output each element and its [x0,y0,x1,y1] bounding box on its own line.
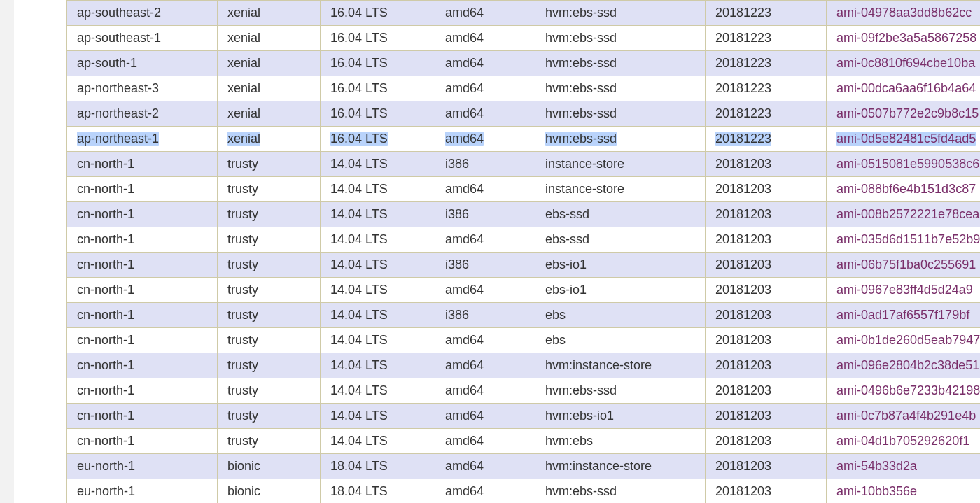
table-row[interactable]: cn-north-1trusty14.04 LTSi386instance-st… [67,152,981,177]
cell-version: 14.04 LTS [321,253,435,278]
cell-type: ebs [536,328,706,353]
cell-region: cn-north-1 [67,278,218,303]
cell-version: 14.04 LTS [321,404,435,429]
cell-arch: amd64 [435,101,536,127]
cell-codename: trusty [218,152,321,177]
cell-ami[interactable]: ami-0d5e82481c5fd4ad5 [827,127,981,152]
cell-codename: trusty [218,253,321,278]
cell-version: 18.04 LTS [321,454,435,479]
cell-version: 14.04 LTS [321,152,435,177]
cell-date: 20181203 [706,378,827,404]
cell-type: instance-store [536,177,706,202]
cell-arch: amd64 [435,227,536,253]
cell-date: 20181203 [706,353,827,378]
ami-table-body: ap-southeast-2xenial16.04 LTSamd64hvm:eb… [67,1,981,504]
table-row[interactable]: ap-southeast-2xenial16.04 LTSamd64hvm:eb… [67,1,981,26]
cell-ami[interactable]: ami-0507b772e2c9b8c15 [827,101,981,127]
cell-ami[interactable]: ami-088bf6e4b151d3c87 [827,177,981,202]
cell-type: hvm:ebs-ssd [536,26,706,51]
cell-arch: amd64 [435,353,536,378]
cell-type: ebs [536,303,706,328]
table-row[interactable]: cn-north-1trusty14.04 LTSi386ebs-io12018… [67,253,981,278]
cell-arch: amd64 [435,26,536,51]
cell-date: 20181203 [706,202,827,227]
cell-version: 14.04 LTS [321,303,435,328]
table-row[interactable]: cn-north-1trusty14.04 LTSi386ebs20181203… [67,303,981,328]
table-row[interactable]: eu-north-1bionic18.04 LTSamd64hvm:ebs-ss… [67,479,981,504]
cell-region: eu-north-1 [67,479,218,504]
cell-ami[interactable]: ami-0c7b87a4f4b291e4b [827,404,981,429]
cell-ami[interactable]: ami-0b1de260d5eab7947 [827,328,981,353]
cell-type: hvm:ebs-io1 [536,404,706,429]
table-row[interactable]: cn-north-1trusty14.04 LTSamd64ebs-ssd201… [67,227,981,253]
cell-type: hvm:instance-store [536,454,706,479]
cell-version: 16.04 LTS [321,127,435,152]
cell-codename: xenial [218,76,321,101]
cell-codename: xenial [218,101,321,127]
cell-ami[interactable]: ami-0496b6e7233b42198 [827,378,981,404]
cell-type: hvm:instance-store [536,353,706,378]
table-row[interactable]: ap-south-1xenial16.04 LTSamd64hvm:ebs-ss… [67,51,981,76]
cell-date: 20181203 [706,152,827,177]
cell-ami[interactable]: ami-04978aa3dd8b62cc [827,1,981,26]
table-row[interactable]: eu-north-1bionic18.04 LTSamd64hvm:instan… [67,454,981,479]
cell-codename: trusty [218,177,321,202]
cell-arch: i386 [435,202,536,227]
ami-table: ap-southeast-2xenial16.04 LTSamd64hvm:eb… [66,0,980,503]
cell-arch: amd64 [435,479,536,504]
content-card: ap-southeast-2xenial16.04 LTSamd64hvm:eb… [14,0,980,503]
cell-arch: i386 [435,253,536,278]
cell-ami[interactable]: ami-04d1b705292620f1 [827,429,981,454]
cell-type: hvm:ebs [536,429,706,454]
cell-ami[interactable]: ami-096e2804b2c38de51 [827,353,981,378]
table-row[interactable]: cn-north-1trusty14.04 LTSamd64instance-s… [67,177,981,202]
cell-arch: amd64 [435,278,536,303]
cell-ami[interactable]: ami-10bb356e [827,479,981,504]
cell-ami[interactable]: ami-0c8810f694cbe10ba [827,51,981,76]
cell-region: cn-north-1 [67,429,218,454]
cell-ami[interactable]: ami-0967e83ff4d5d24a9 [827,278,981,303]
cell-codename: xenial [218,1,321,26]
cell-ami[interactable]: ami-09f2be3a5a5867258 [827,26,981,51]
cell-codename: bionic [218,454,321,479]
cell-ami[interactable]: ami-035d6d1511b7e52b9 [827,227,981,253]
cell-ami[interactable]: ami-00dca6aa6f16b4a64 [827,76,981,101]
cell-ami[interactable]: ami-0ad17af6557f179bf [827,303,981,328]
table-row[interactable]: cn-north-1trusty14.04 LTSamd64hvm:ebs-ss… [67,378,981,404]
cell-arch: amd64 [435,328,536,353]
table-row[interactable]: cn-north-1trusty14.04 LTSamd64ebs-io1201… [67,278,981,303]
table-row[interactable]: cn-north-1trusty14.04 LTSamd64hvm:ebs-io… [67,404,981,429]
table-row[interactable]: ap-southeast-1xenial16.04 LTSamd64hvm:eb… [67,26,981,51]
table-row[interactable]: ap-northeast-3xenial16.04 LTSamd64hvm:eb… [67,76,981,101]
cell-arch: amd64 [435,454,536,479]
cell-version: 14.04 LTS [321,177,435,202]
table-row[interactable]: cn-north-1trusty14.04 LTSi386ebs-ssd2018… [67,202,981,227]
page: ap-southeast-2xenial16.04 LTSamd64hvm:eb… [0,0,980,503]
cell-date: 20181203 [706,177,827,202]
cell-region: eu-north-1 [67,454,218,479]
cell-ami[interactable]: ami-0515081e5990538c6 [827,152,981,177]
cell-date: 20181223 [706,26,827,51]
cell-ami[interactable]: ami-008b2572221e78cea [827,202,981,227]
cell-date: 20181223 [706,1,827,26]
cell-ami[interactable]: ami-06b75f1ba0c255691 [827,253,981,278]
cell-region: ap-southeast-1 [67,26,218,51]
cell-region: cn-north-1 [67,253,218,278]
cell-codename: xenial [218,127,321,152]
cell-type: hvm:ebs-ssd [536,76,706,101]
table-row[interactable]: cn-north-1trusty14.04 LTSamd64ebs2018120… [67,328,981,353]
table-row[interactable]: ap-northeast-1xenial16.04 LTSamd64hvm:eb… [67,127,981,152]
cell-ami[interactable]: ami-54b33d2a [827,454,981,479]
table-row[interactable]: ap-northeast-2xenial16.04 LTSamd64hvm:eb… [67,101,981,127]
cell-arch: i386 [435,152,536,177]
table-row[interactable]: cn-north-1trusty14.04 LTSamd64hvm:ebs201… [67,429,981,454]
cell-codename: trusty [218,227,321,253]
cell-region: cn-north-1 [67,378,218,404]
cell-type: ebs-ssd [536,202,706,227]
cell-date: 20181203 [706,303,827,328]
cell-region: ap-northeast-2 [67,101,218,127]
cell-version: 14.04 LTS [321,353,435,378]
cell-region: cn-north-1 [67,328,218,353]
table-row[interactable]: cn-north-1trusty14.04 LTSamd64hvm:instan… [67,353,981,378]
cell-arch: amd64 [435,429,536,454]
